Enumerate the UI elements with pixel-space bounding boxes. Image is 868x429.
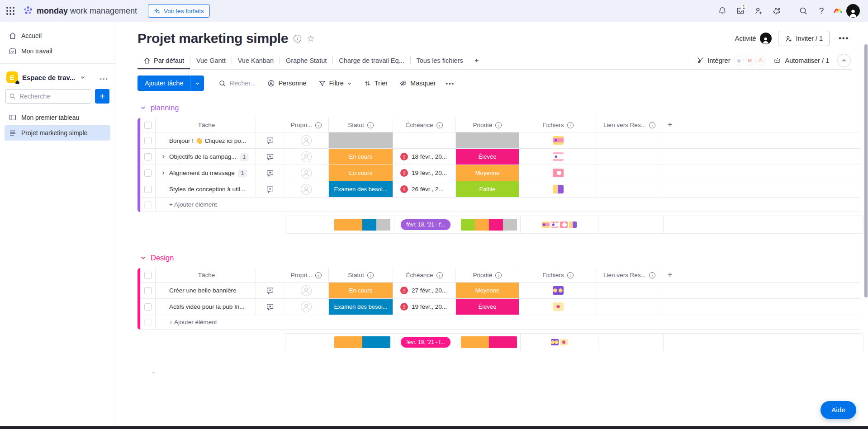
priority-cell[interactable]: Moyenne	[456, 165, 519, 181]
info-icon[interactable]: i	[649, 272, 655, 278]
invite-button[interactable]: Inviter / 1	[778, 31, 830, 46]
tab-charge-de-travail[interactable]: Charge de travail Eq...	[333, 52, 410, 69]
integrate-button[interactable]: Intégrer ◉ M ⁂	[697, 56, 766, 66]
info-icon[interactable]: i	[315, 272, 322, 278]
add-conversation-icon[interactable]	[266, 136, 275, 145]
files-summary[interactable]	[521, 334, 598, 351]
link-cell[interactable]	[597, 299, 662, 315]
toolbar-menu-icon[interactable]: •••	[443, 78, 457, 89]
task-name[interactable]: Alignement du message	[169, 170, 235, 176]
add-task-dropdown[interactable]	[190, 75, 204, 91]
add-task-label[interactable]: Ajouter tâche	[138, 75, 190, 91]
info-icon[interactable]: i	[495, 272, 502, 278]
monday-logo[interactable]: monday work management	[23, 5, 137, 16]
priority-summary[interactable]	[457, 216, 521, 233]
file-thumbnail[interactable]	[553, 136, 564, 145]
link-cell[interactable]	[597, 165, 662, 181]
row-checkbox[interactable]	[144, 287, 152, 294]
date-range-pill[interactable]: févr. 18, '21 - f...	[401, 219, 451, 230]
column-files[interactable]: Fichiersi	[542, 272, 573, 278]
expand-subitems-icon[interactable]	[157, 170, 169, 175]
task-name[interactable]: Objectifs de la campag...	[169, 153, 237, 160]
info-icon[interactable]: i	[436, 272, 443, 278]
column-link[interactable]: Lien vers Res...i	[603, 272, 655, 278]
sidebar-search-input[interactable]	[5, 89, 91, 104]
add-conversation-icon[interactable]	[266, 302, 275, 311]
status-cell[interactable]: En cours	[329, 149, 393, 165]
tab-vue-kanban[interactable]: Vue Kanban	[232, 52, 280, 69]
column-status[interactable]: Statuti	[348, 272, 373, 278]
group-title-design[interactable]: Design	[140, 252, 868, 264]
priority-cell[interactable]	[456, 132, 519, 148]
priority-cell[interactable]: Moyenne	[456, 283, 519, 298]
priority-cell[interactable]: Élevée	[456, 299, 519, 315]
row-checkbox[interactable]	[144, 137, 152, 144]
add-conversation-icon[interactable]	[266, 185, 275, 194]
column-priority[interactable]: Prioritéi	[473, 272, 502, 278]
status-summary[interactable]	[330, 334, 394, 351]
task-name[interactable]: Actifs vidéo pour la pub In...	[169, 303, 245, 310]
row-checkbox[interactable]	[144, 303, 152, 311]
add-conversation-icon[interactable]	[266, 169, 275, 178]
apps-marketplace-icon[interactable]	[769, 3, 784, 19]
invite-members-icon[interactable]	[751, 3, 766, 19]
column-due[interactable]: Échéancei	[406, 122, 442, 128]
status-cell[interactable]: Examen des besoi...	[329, 299, 393, 315]
column-owner[interactable]: Propri...i	[291, 272, 322, 278]
sidebar-item-home[interactable]: Accueil	[5, 28, 110, 43]
see-plans-button[interactable]: Voir les forfaits	[148, 4, 210, 18]
file-thumbnail[interactable]	[553, 286, 564, 295]
link-cell[interactable]	[597, 283, 662, 298]
tab-graphe-statut[interactable]: Graphe Statut	[280, 52, 332, 69]
tab-tous-les-fichiers[interactable]: Tous les fichiers	[411, 52, 469, 69]
favorite-star-icon[interactable]: ☆	[307, 33, 314, 44]
column-status[interactable]: Statuti	[348, 122, 373, 128]
inbox-icon[interactable]: 1	[733, 3, 748, 19]
file-thumbnail[interactable]	[553, 169, 564, 177]
help-button[interactable]: Aide	[821, 401, 856, 419]
owner-avatar-placeholder[interactable]	[300, 184, 312, 195]
add-conversation-icon[interactable]	[266, 286, 275, 295]
due-date-cell[interactable]: 18 févr., 20...	[412, 153, 447, 160]
task-name[interactable]: Bonjour ! 👋 Cliquez ici po...	[169, 137, 246, 144]
info-icon[interactable]: i	[567, 122, 574, 128]
files-summary[interactable]	[521, 216, 598, 233]
owner-avatar-placeholder[interactable]	[300, 167, 312, 179]
notifications-bell-icon[interactable]	[715, 3, 730, 19]
user-avatar[interactable]	[846, 4, 860, 18]
file-thumbnail[interactable]	[553, 302, 564, 311]
status-cell[interactable]: Examen des besoi...	[329, 181, 393, 197]
toolbar-hide[interactable]: Masquer	[395, 75, 440, 91]
row-checkbox[interactable]	[144, 170, 152, 177]
scrollbar-thumb[interactable]	[864, 44, 868, 297]
priority-cell[interactable]: Élevée	[456, 149, 519, 165]
toolbar-sort[interactable]: Trier	[359, 75, 392, 91]
activity-button[interactable]: Activité	[735, 33, 772, 44]
board-info-icon[interactable]: i	[294, 35, 301, 42]
column-link[interactable]: Lien vers Res...i	[603, 122, 655, 128]
due-date-cell[interactable]: 27 févr., 20...	[412, 287, 447, 294]
column-due[interactable]: Échéancei	[406, 272, 442, 278]
status-cell[interactable]	[329, 132, 393, 148]
automate-button[interactable]: Automatiser / 1	[773, 57, 829, 64]
add-item-row[interactable]: + Ajouter élément	[140, 198, 861, 212]
select-all-checkbox[interactable]	[144, 272, 152, 279]
apps-grid-icon[interactable]	[6, 7, 14, 15]
add-column-button[interactable]: +	[668, 120, 673, 130]
global-search-icon[interactable]	[796, 3, 811, 19]
row-checkbox[interactable]	[144, 186, 152, 193]
owner-avatar-placeholder[interactable]	[300, 301, 312, 313]
file-thumbnail[interactable]	[553, 185, 564, 193]
info-icon[interactable]: i	[649, 122, 655, 128]
monday-mark-icon[interactable]	[832, 5, 844, 17]
sidebar-item-my-work[interactable]: Mon travail	[5, 43, 110, 59]
toolbar-filter[interactable]: Filtre	[314, 75, 356, 91]
workspace-switcher[interactable]: E Espace de trav... ...	[5, 69, 110, 85]
add-item-row[interactable]: + Ajouter élément	[140, 315, 861, 330]
owner-avatar-placeholder[interactable]	[300, 135, 312, 146]
status-cell[interactable]: En cours	[329, 283, 393, 298]
link-cell[interactable]	[597, 132, 662, 148]
status-cell[interactable]: En cours	[329, 165, 393, 181]
sidebar-board-mon-premier-tableau[interactable]: Mon premier tableau	[5, 110, 110, 125]
due-date-cell[interactable]: 19 févr., 20...	[412, 170, 447, 176]
